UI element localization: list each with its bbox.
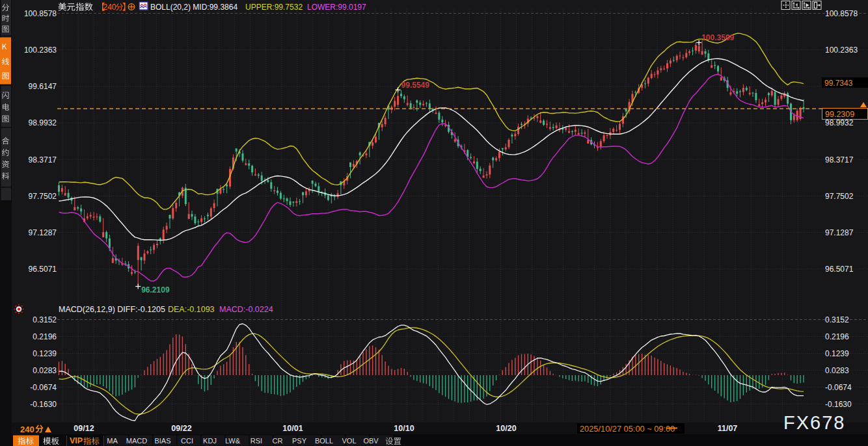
svg-text:0.3152: 0.3152 (33, 315, 57, 324)
svg-text:DEA:-0.1093: DEA:-0.1093 (168, 305, 215, 314)
svg-text:100.2363: 100.2363 (825, 46, 858, 55)
svg-text:10/10: 10/10 (394, 424, 414, 433)
svg-text:0.1239: 0.1239 (33, 349, 57, 358)
svg-text:0.1239: 0.1239 (825, 349, 849, 358)
svg-text:MA: MA (107, 437, 118, 445)
svg-text:LOWER:99.0197: LOWER:99.0197 (307, 3, 366, 12)
svg-text:CCI: CCI (181, 437, 193, 445)
svg-text:99.5549: 99.5549 (401, 81, 430, 90)
svg-text:11/07: 11/07 (718, 424, 738, 433)
svg-text:2025/10/27 05:00 ~ 09:00: 2025/10/27 05:00 ~ 09:00 (580, 424, 675, 434)
svg-text:MACD:-0.0224: MACD:-0.0224 (219, 305, 273, 314)
svg-text:MACD(26,12,9) DIFF:-0.1205: MACD(26,12,9) DIFF:-0.1205 (59, 305, 165, 314)
svg-text:0.3152: 0.3152 (825, 315, 849, 324)
svg-text:240: 240 (103, 3, 116, 12)
svg-text:100.8578: 100.8578 (24, 9, 57, 18)
svg-text:0.0283: 0.0283 (825, 366, 849, 375)
svg-text:KDJ: KDJ (203, 437, 217, 445)
svg-text:PSY: PSY (292, 437, 307, 445)
svg-text:10/01: 10/01 (282, 424, 303, 433)
svg-text:-0.1630: -0.1630 (30, 400, 57, 409)
svg-text:240: 240 (20, 425, 34, 434)
svg-text:97.1287: 97.1287 (29, 228, 57, 237)
svg-text:99.2309: 99.2309 (825, 110, 854, 119)
svg-text:BOLL: BOLL (315, 437, 333, 445)
svg-text:98.3717: 98.3717 (825, 155, 854, 164)
svg-text:09/22: 09/22 (171, 424, 191, 433)
svg-text:10/20: 10/20 (496, 424, 516, 433)
svg-text:UPPER:99.7532: UPPER:99.7532 (245, 3, 303, 12)
svg-text:100.8578: 100.8578 (825, 9, 858, 18)
svg-text:-0.1630: -0.1630 (825, 400, 852, 409)
svg-text:100.2363: 100.2363 (24, 46, 57, 55)
svg-text:98.9932: 98.9932 (825, 118, 854, 127)
svg-text:BIAS: BIAS (154, 437, 170, 445)
svg-text:98.3717: 98.3717 (29, 155, 57, 164)
svg-text:RSI: RSI (251, 437, 262, 445)
svg-text:97.7502: 97.7502 (29, 192, 57, 201)
svg-text:99.7343: 99.7343 (824, 79, 853, 88)
svg-text:VOL: VOL (342, 437, 356, 445)
svg-text:VIP: VIP (70, 436, 83, 445)
svg-text:0.2196: 0.2196 (33, 332, 57, 341)
svg-text:100.3599: 100.3599 (701, 33, 734, 42)
svg-text:98.9932: 98.9932 (29, 118, 57, 127)
svg-text:97.7502: 97.7502 (825, 192, 854, 201)
svg-text:99.6147: 99.6147 (29, 82, 57, 91)
svg-text:BOLL(20,2) MID:99.3864: BOLL(20,2) MID:99.3864 (150, 3, 237, 12)
svg-text:09/12: 09/12 (74, 424, 94, 433)
svg-text:MACD: MACD (126, 437, 147, 445)
svg-text:0.0283: 0.0283 (33, 366, 57, 375)
svg-text:96.2109: 96.2109 (141, 285, 170, 295)
svg-text:CR: CR (273, 437, 283, 445)
svg-text:OBV: OBV (363, 437, 379, 445)
svg-text:96.5071: 96.5071 (29, 265, 57, 274)
svg-text:-0.0674: -0.0674 (30, 383, 57, 392)
svg-text:-0.0674: -0.0674 (825, 383, 852, 392)
svg-text:0.2196: 0.2196 (825, 332, 849, 341)
svg-text:LW&: LW& (225, 437, 241, 445)
svg-text:FX678: FX678 (783, 412, 845, 433)
svg-text:97.1287: 97.1287 (825, 228, 854, 237)
svg-text:96.5071: 96.5071 (825, 265, 854, 274)
